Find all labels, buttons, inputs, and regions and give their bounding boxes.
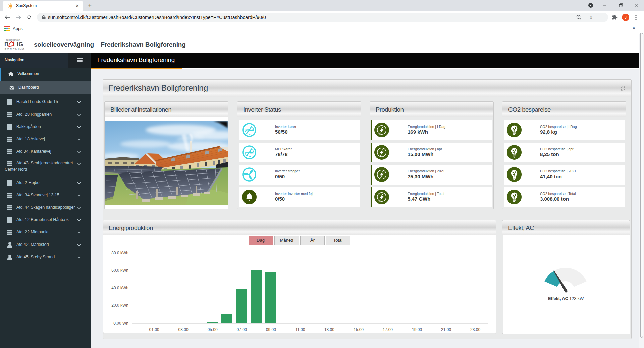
svg-text:B: B	[4, 41, 9, 48]
svg-text:LIG: LIG	[13, 41, 23, 48]
svg-text:FORENING: FORENING	[5, 48, 25, 51]
